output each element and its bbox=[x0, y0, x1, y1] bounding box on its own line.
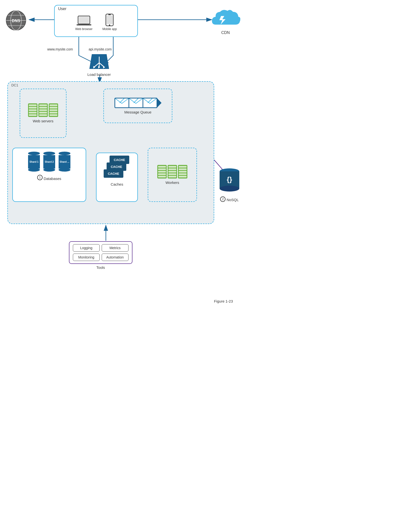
caches-box: CACHE CACHE CACHE Caches bbox=[96, 153, 138, 202]
cdn-label: CDN bbox=[221, 31, 230, 35]
cdn-area: CDN bbox=[211, 7, 240, 35]
nosql-label: NoSQL bbox=[226, 198, 239, 202]
shard-n-label: Shard ... bbox=[60, 161, 69, 163]
shard-2-icon: Shard 2 bbox=[43, 152, 55, 172]
message-queue-icons bbox=[114, 98, 162, 108]
cdn-cloud-icon bbox=[211, 7, 240, 30]
web-servers-label: Web servers bbox=[33, 119, 53, 123]
svg-rect-23 bbox=[81, 24, 86, 25]
tool-monitoring: Monitoring bbox=[73, 254, 100, 261]
figure-label: Figure 1-23 bbox=[214, 299, 233, 303]
user-label: User bbox=[58, 7, 66, 11]
caches-label: Caches bbox=[111, 182, 123, 186]
architecture-diagram: DNS CDN User Web browser bbox=[0, 0, 248, 305]
tool-metrics: Metrics bbox=[102, 244, 129, 252]
user-box: User Web browser Mob bbox=[54, 5, 138, 37]
shard-2-label: Shard 2 bbox=[45, 161, 54, 163]
mobile-app-label: Mobile app bbox=[102, 27, 117, 31]
dns-icon: DNS bbox=[5, 9, 27, 32]
tool-automation: Automation bbox=[102, 254, 129, 261]
url-api-label: api.mysite.com bbox=[89, 47, 112, 51]
tool-logging: Logging bbox=[73, 244, 100, 252]
web-browser-group: Web browser bbox=[75, 15, 92, 31]
svg-rect-25 bbox=[107, 15, 113, 24]
message-queue-label: Message Queue bbox=[124, 110, 151, 114]
load-balancer-area: Load balancer bbox=[87, 52, 111, 77]
workers-icon bbox=[157, 165, 187, 178]
svg-text:DNS: DNS bbox=[12, 19, 20, 23]
cache-icons: CACHE CACHE CACHE bbox=[102, 156, 132, 180]
load-balancer-icon bbox=[89, 52, 109, 71]
databases-box: Shard 1 Shard 2 Shard ... 1 Databases bbox=[12, 148, 86, 202]
message-queue-box: Message Queue bbox=[103, 89, 172, 123]
mobile-app-group: Mobile app bbox=[102, 14, 117, 31]
envelope-1 bbox=[114, 98, 129, 108]
workers-label: Workers bbox=[165, 180, 179, 185]
tools-label: Tools bbox=[96, 265, 105, 270]
cache-card-3: CACHE bbox=[104, 169, 123, 178]
nosql-area: {} 2 NoSQL bbox=[219, 167, 240, 202]
url-www-label: www.mysite.com bbox=[47, 47, 73, 51]
load-balancer-label: Load balancer bbox=[87, 72, 111, 77]
svg-text:{}: {} bbox=[227, 176, 232, 183]
svg-rect-27 bbox=[108, 14, 111, 15]
databases-num-badge: 1 bbox=[37, 175, 43, 180]
shard-n-icon: Shard ... bbox=[59, 152, 70, 172]
nosql-icon-wrap: {} bbox=[219, 167, 240, 195]
envelope-3 bbox=[143, 98, 157, 108]
svg-point-26 bbox=[109, 25, 110, 26]
nosql-num-badge: 2 bbox=[220, 196, 226, 202]
tools-area: Logging Metrics Monitoring Automation To… bbox=[69, 241, 132, 270]
nosql-icon: {} bbox=[219, 167, 240, 194]
web-servers-box: Web servers bbox=[20, 89, 66, 138]
databases-label: Databases bbox=[44, 177, 61, 181]
shard-1-label: Shard 1 bbox=[30, 161, 39, 163]
laptop-icon bbox=[77, 15, 91, 26]
mobile-icon bbox=[105, 14, 114, 26]
workers-box: Workers bbox=[148, 148, 197, 202]
svg-rect-21 bbox=[79, 17, 89, 23]
envelope-2 bbox=[129, 98, 143, 108]
shard-1-icon: Shard 1 bbox=[28, 152, 40, 172]
dc1-label: DC1 bbox=[11, 83, 18, 87]
web-servers-icon bbox=[28, 103, 58, 117]
svg-point-38 bbox=[220, 186, 239, 192]
tools-box: Logging Metrics Monitoring Automation bbox=[69, 241, 132, 264]
web-browser-label: Web browser bbox=[75, 27, 92, 31]
dns-icon-area: DNS bbox=[5, 9, 27, 32]
database-icons: Shard 1 Shard 2 Shard ... bbox=[28, 152, 70, 172]
envelope-arrow bbox=[157, 98, 162, 108]
